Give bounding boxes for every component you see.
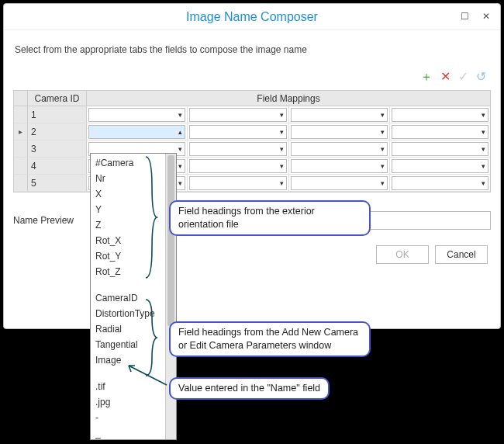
chevron-down-icon: ▾ <box>178 162 182 170</box>
row-handle[interactable] <box>14 140 28 157</box>
mapping-combo[interactable]: ▾ <box>291 108 388 122</box>
camera-id-cell: 1 <box>28 106 87 123</box>
mapping-combo[interactable]: ▾ <box>291 125 388 139</box>
chevron-down-icon: ▾ <box>381 162 385 170</box>
callout-camera-params: Field headings from the Add New Camera o… <box>169 321 371 357</box>
row-handle[interactable] <box>14 106 28 123</box>
chevron-down-icon: ▾ <box>178 111 182 119</box>
row-handle[interactable] <box>14 123 28 140</box>
row-handle[interactable] <box>14 158 28 174</box>
dropdown-option[interactable]: Y <box>91 202 176 217</box>
dropdown-option[interactable]: Rot_Y <box>91 248 176 264</box>
chevron-up-icon: ▴ <box>178 128 182 136</box>
mapping-combo[interactable]: ▾ <box>189 108 286 122</box>
mapping-combo[interactable]: ▾ <box>189 176 286 190</box>
titlebar: Image Name Composer ☐ ✕ <box>4 4 500 30</box>
mapping-combo[interactable]: ▾ <box>88 108 185 122</box>
add-icon[interactable]: ＋ <box>420 69 433 85</box>
scrollbar-thumb[interactable] <box>167 155 174 326</box>
chevron-down-icon: ▾ <box>280 162 284 170</box>
mapping-combo[interactable]: ▾ <box>291 159 388 173</box>
apply-icon[interactable]: ✓ <box>458 69 468 85</box>
dropdown-option[interactable]: .tif <box>91 379 176 394</box>
mapping-combo[interactable]: ▾ <box>291 142 388 156</box>
dialog-button-row: OK Cancel <box>4 245 488 264</box>
table-row: 2 ▴ ▾ ▾ ▾ <box>14 123 490 140</box>
chevron-down-icon: ▾ <box>381 111 385 119</box>
mapping-combo[interactable]: ▾ <box>189 159 286 173</box>
mapping-combo[interactable]: ▾ <box>392 176 488 190</box>
table-row: 3 ▾ ▾ ▾ ▾ <box>14 140 490 158</box>
chevron-down-icon: ▾ <box>482 179 485 187</box>
chevron-down-icon: ▾ <box>280 179 284 187</box>
window-maximize-button[interactable]: ☐ <box>455 7 474 26</box>
dropdown-option[interactable]: Radial <box>91 321 176 337</box>
chevron-down-icon: ▾ <box>381 145 385 153</box>
chevron-down-icon: ▾ <box>178 145 182 153</box>
camera-id-cell: 5 <box>28 175 87 191</box>
mapping-combo[interactable]: ▾ <box>392 159 488 173</box>
chevron-down-icon: ▾ <box>280 145 284 153</box>
mapping-combo[interactable]: ▾ <box>189 125 286 139</box>
delete-icon[interactable]: ✕ <box>440 69 450 85</box>
dropdown-option[interactable]: Rot_X <box>91 233 176 248</box>
dialog-title: Image Name Composer <box>186 10 318 24</box>
camera-id-cell: 4 <box>28 158 87 174</box>
table-row: 5 ▾ ▾ ▾ ▾ <box>14 175 490 192</box>
chevron-down-icon: ▾ <box>482 145 485 153</box>
table-row: 1 ▾ ▾ ▾ ▾ <box>14 106 490 123</box>
chevron-down-icon: ▾ <box>482 162 485 170</box>
chevron-down-icon: ▾ <box>381 128 385 136</box>
undo-icon[interactable]: ↺ <box>476 69 486 85</box>
dropdown-option[interactable]: Image <box>91 352 176 368</box>
callout-exterior-orientation: Field headings from the exterior orienta… <box>169 200 371 236</box>
grid-header-row: Camera ID Field Mappings <box>14 91 490 106</box>
mapping-combo[interactable]: ▾ <box>392 108 488 122</box>
dropdown-option[interactable]: Z <box>91 217 176 233</box>
chevron-down-icon: ▾ <box>381 179 385 187</box>
instruction-text: Select from the appropriate tabs the fie… <box>4 30 500 61</box>
chevron-down-icon: ▾ <box>482 128 485 136</box>
window-controls: ☐ ✕ <box>455 7 495 26</box>
dropdown-option[interactable]: CameraID <box>91 290 176 306</box>
dropdown-option[interactable]: _ <box>91 425 176 440</box>
ok-button[interactable]: OK <box>376 245 429 264</box>
mapping-combo[interactable]: ▾ <box>392 125 488 139</box>
dialog-image-name-composer: Image Name Composer ☐ ✕ Select from the … <box>3 3 501 329</box>
window-close-button[interactable]: ✕ <box>477 7 495 26</box>
grid-header-spacer <box>14 91 28 106</box>
callout-name-value: Value entered in the "Name" field <box>169 377 330 400</box>
camera-id-cell: 3 <box>28 140 87 157</box>
chevron-down-icon: ▾ <box>280 111 284 119</box>
grid-header-camera-id: Camera ID <box>28 91 87 106</box>
dropdown-option[interactable]: #Camera <box>91 155 176 171</box>
dropdown-option[interactable]: .jpg <box>91 394 176 410</box>
grid-toolbar: ＋ ✕ ✓ ↺ <box>4 61 500 90</box>
dropdown-option[interactable]: Nr <box>91 171 176 186</box>
dropdown-option[interactable]: - <box>91 410 176 425</box>
mapping-combo-active[interactable]: ▴ <box>88 125 185 139</box>
mapping-combo[interactable]: ▾ <box>392 142 488 156</box>
mapping-grid: Camera ID Field Mappings 1 ▾ ▾ ▾ ▾ 2 ▴ ▾… <box>13 90 491 193</box>
dropdown-option[interactable]: X <box>91 186 176 202</box>
dropdown-option[interactable]: Rot_Z <box>91 264 176 279</box>
field-dropdown-popup[interactable]: #CameraNrXYZRot_XRot_YRot_ZCameraIDDisto… <box>90 153 177 440</box>
mapping-combo[interactable]: ▾ <box>189 142 286 156</box>
dropdown-option[interactable]: Tangential <box>91 337 176 352</box>
table-row: 4 ▾ ▾ ▾ ▾ <box>14 158 490 175</box>
mapping-combo[interactable]: ▾ <box>291 176 388 190</box>
chevron-down-icon: ▾ <box>482 111 485 119</box>
camera-id-cell: 2 <box>28 123 87 140</box>
chevron-down-icon: ▾ <box>280 128 284 136</box>
name-preview-label: Name Preview <box>13 215 91 226</box>
dropdown-option[interactable]: DistortionType <box>91 306 176 321</box>
cancel-button[interactable]: Cancel <box>435 245 488 264</box>
row-handle[interactable] <box>14 175 28 191</box>
grid-header-field-mappings: Field Mappings <box>87 91 490 106</box>
chevron-down-icon: ▾ <box>178 179 182 187</box>
